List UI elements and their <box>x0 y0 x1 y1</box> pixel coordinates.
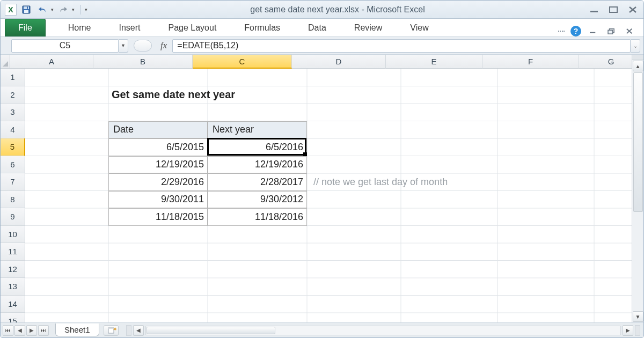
row-header-6[interactable]: 6 <box>1 156 25 174</box>
cell-B4[interactable]: Date <box>108 121 208 139</box>
fx-button-oval[interactable] <box>134 40 152 52</box>
column-header-F[interactable]: F <box>482 55 579 69</box>
formula-input[interactable]: =EDATE(B5,12) <box>172 39 631 53</box>
cell-B2[interactable]: Get same date next year <box>108 86 307 104</box>
workbook-minimize-icon[interactable] <box>587 26 599 36</box>
vertical-scrollbar[interactable]: ▲ ▼ <box>632 55 643 322</box>
name-box-dropdown-icon[interactable]: ▼ <box>119 39 128 53</box>
cell-B9[interactable]: 11/18/2015 <box>108 208 208 226</box>
ribbon-minimize-chevron-icon[interactable]: ᠁ <box>558 27 565 35</box>
tab-scroll-split-icon[interactable] <box>126 325 131 336</box>
ribbon-tabs: File Home Insert Page Layout Formulas Da… <box>1 19 643 37</box>
tab-page-layout[interactable]: Page Layout <box>154 19 230 36</box>
redo-dropdown-icon[interactable]: ▾ <box>72 7 75 12</box>
cell-B8[interactable]: 9/30/2011 <box>108 191 208 209</box>
row-header-10[interactable]: 10 <box>1 226 25 244</box>
minimize-icon[interactable] <box>588 5 601 14</box>
cell-C4[interactable]: Next year <box>208 121 307 139</box>
sheet-tab-sheet1[interactable]: Sheet1 <box>55 324 99 336</box>
cell-grid[interactable]: Get same date next yearDateNext year6/5/… <box>25 69 643 322</box>
tab-formulas[interactable]: Formulas <box>230 19 294 36</box>
workbook-close-icon[interactable] <box>623 26 636 36</box>
cell-C6[interactable]: 12/19/2016 <box>208 156 307 174</box>
close-icon[interactable] <box>626 5 639 14</box>
tab-data[interactable]: Data <box>294 19 340 36</box>
column-header-A[interactable]: A <box>10 55 93 69</box>
row-header-5[interactable]: 5 <box>1 138 25 156</box>
tab-file[interactable]: File <box>5 19 46 36</box>
svg-rect-1 <box>24 6 29 9</box>
tab-home[interactable]: Home <box>54 19 105 36</box>
window-title: get same date next year.xlsx - Microsoft… <box>87 5 588 14</box>
cell-B6[interactable]: 12/19/2015 <box>108 156 208 174</box>
cell-C8[interactable]: 9/30/2012 <box>208 191 307 209</box>
save-icon[interactable] <box>20 4 33 16</box>
fx-icon[interactable]: fx <box>160 40 167 51</box>
formula-expand-icon[interactable]: ⌄ <box>631 39 640 53</box>
row-header-12[interactable]: 12 <box>1 261 25 278</box>
tab-review[interactable]: Review <box>340 19 396 36</box>
sheet-nav-last-icon[interactable]: ⏭ <box>38 325 49 336</box>
row-header-7[interactable]: 7 <box>1 173 25 191</box>
row-header-15[interactable]: 15 <box>1 313 25 322</box>
column-headers: ABCDEFG <box>10 55 643 69</box>
maximize-icon[interactable] <box>607 5 620 14</box>
row-header-9[interactable]: 9 <box>1 208 25 226</box>
horizontal-scrollbar[interactable]: ◀ ▶ <box>126 325 640 336</box>
undo-dropdown-icon[interactable]: ▾ <box>51 7 54 12</box>
split-handle-top[interactable] <box>632 55 643 60</box>
cell-B5[interactable]: 6/5/2015 <box>108 138 208 156</box>
tab-view[interactable]: View <box>396 19 442 36</box>
row-header-11[interactable]: 11 <box>1 243 25 261</box>
svg-rect-32 <box>108 328 114 329</box>
undo-icon[interactable] <box>36 4 49 16</box>
column-header-D[interactable]: D <box>292 55 386 69</box>
row-header-1[interactable]: 1 <box>1 69 25 86</box>
cell-C5[interactable]: 6/5/2016 <box>208 138 307 156</box>
quick-access-toolbar: ▾ ▾ ▾ <box>20 4 87 16</box>
title-bar: X ▾ ▾ ▾ get same date next year.xlsx - M… <box>1 1 643 19</box>
column-header-E[interactable]: E <box>386 55 482 69</box>
app-window: X ▾ ▾ ▾ get same date next year.xlsx - M… <box>0 0 644 338</box>
scroll-up-icon[interactable]: ▲ <box>633 61 643 71</box>
cell-D7[interactable]: // note we get last day of month <box>307 173 532 191</box>
scroll-left-icon[interactable]: ◀ <box>133 325 144 336</box>
column-header-C[interactable]: C <box>193 55 292 69</box>
scroll-down-icon[interactable]: ▼ <box>633 311 643 322</box>
svg-rect-2 <box>24 10 28 13</box>
select-all-triangle[interactable] <box>1 55 10 69</box>
sheet-tab-bar: ⏮ ◀ ▶ ⏭ Sheet1 ◀ ▶ <box>1 322 643 337</box>
sheet-nav-next-icon[interactable]: ▶ <box>26 325 37 336</box>
horizontal-scroll-track[interactable] <box>145 326 621 335</box>
vertical-scroll-thumb[interactable] <box>633 72 643 212</box>
svg-rect-5 <box>610 7 617 12</box>
cell-B7[interactable]: 2/29/2016 <box>108 173 208 191</box>
svg-rect-6 <box>590 32 595 33</box>
worksheet-area: ABCDEFG 123456789101112131415 Get same d… <box>1 55 643 322</box>
workbook-restore-icon[interactable] <box>605 26 618 36</box>
help-icon[interactable]: ? <box>570 26 581 36</box>
cell-C7[interactable]: 2/28/2017 <box>208 173 307 191</box>
row-header-14[interactable]: 14 <box>1 296 25 313</box>
tab-insert[interactable]: Insert <box>105 19 154 36</box>
sheet-nav-first-icon[interactable]: ⏮ <box>3 325 13 336</box>
row-headers: 123456789101112131415 <box>1 69 25 322</box>
new-sheet-icon[interactable] <box>104 325 119 336</box>
name-box[interactable]: C5 <box>11 39 119 53</box>
horizontal-scroll-thumb[interactable] <box>147 327 275 334</box>
column-header-B[interactable]: B <box>93 55 193 69</box>
redo-icon[interactable] <box>57 4 70 16</box>
qat-separator <box>80 5 80 14</box>
row-header-13[interactable]: 13 <box>1 278 25 296</box>
row-header-4[interactable]: 4 <box>1 121 25 139</box>
excel-app-icon: X <box>5 4 17 16</box>
row-header-3[interactable]: 3 <box>1 104 25 121</box>
cell-C9[interactable]: 11/18/2016 <box>208 208 307 226</box>
sheet-nav-prev-icon[interactable]: ◀ <box>14 325 25 336</box>
row-header-2[interactable]: 2 <box>1 86 25 104</box>
row-header-8[interactable]: 8 <box>1 191 25 209</box>
split-handle-right[interactable] <box>635 325 640 336</box>
scroll-right-icon[interactable]: ▶ <box>623 325 633 336</box>
formula-bar: C5 ▼ fx =EDATE(B5,12) ⌄ <box>1 37 643 55</box>
svg-rect-8 <box>608 30 613 34</box>
